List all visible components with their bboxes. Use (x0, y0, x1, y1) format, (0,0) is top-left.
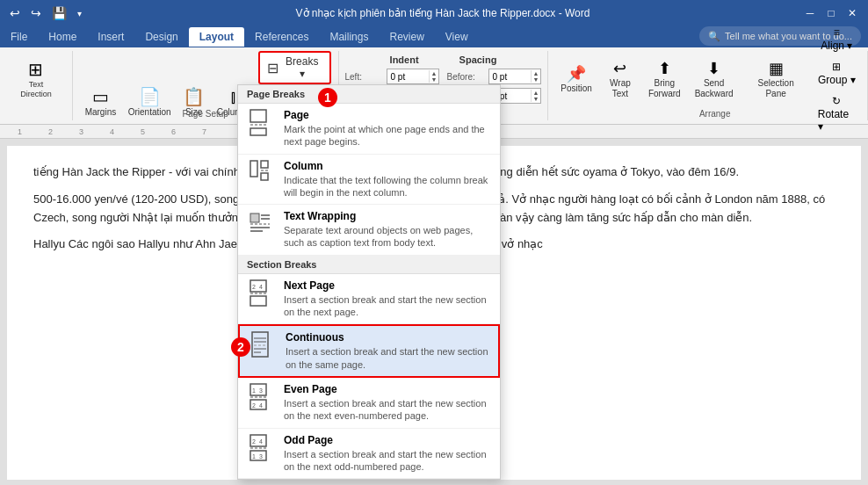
undo-icon[interactable]: ↩ (7, 4, 23, 22)
indent-left-value: 0 pt (387, 72, 428, 82)
size-icon: 📋 (183, 88, 205, 105)
tab-file[interactable]: File (0, 27, 38, 47)
quick-access-toolbar: ↩ ↪ 💾 ▾ (7, 4, 84, 22)
page-break-desc: Mark the point at which one page ends an… (284, 123, 491, 148)
textwrap-break-title: Text Wrapping (284, 210, 491, 222)
column-break-title: Column (284, 160, 491, 172)
column-break-desc: Indicate that the text following the col… (284, 174, 491, 199)
svg-rect-18 (252, 332, 268, 357)
position-label: Position (561, 83, 592, 94)
arrange-label: Arrange (555, 109, 868, 119)
indent-left-spinner[interactable]: 0 pt ▲ ▼ (387, 69, 439, 84)
tab-insert[interactable]: Insert (87, 27, 134, 47)
breaks-button[interactable]: ⊟ Breaks ▾ (258, 51, 331, 84)
group-arrange: 📌 Position ↩ WrapText ⬆ BringForward ⬇ S… (548, 51, 868, 120)
spacing-header: Spacing (459, 54, 497, 65)
spacing-before-up[interactable]: ▲ (533, 70, 539, 76)
tab-design[interactable]: Design (134, 27, 188, 47)
minimize-button[interactable]: ─ (801, 4, 819, 22)
position-button[interactable]: 📌 Position (555, 62, 597, 98)
bring-forward-label: BringForward (648, 78, 681, 99)
tab-home[interactable]: Home (38, 27, 87, 47)
indent-header: Indent (390, 54, 419, 65)
tab-references[interactable]: References (244, 27, 319, 47)
send-backward-icon: ⬇ (707, 61, 720, 76)
nextpage-break-icon: 2 4 (247, 279, 275, 308)
indent-left-down[interactable]: ▼ (431, 76, 438, 83)
evenpage-break-icon: 1 3 2 4 (247, 383, 275, 411)
spacing-after-down[interactable]: ▼ (533, 96, 539, 102)
nextpage-break-desc: Insert a section break and start the new… (284, 293, 491, 319)
tab-layout[interactable]: Layout (189, 27, 244, 47)
align-label: Align ▾ (821, 40, 852, 52)
textwrap-break-icon (247, 210, 275, 238)
continuous-break-title: Continuous (286, 331, 489, 344)
spacing-after-up[interactable]: ▲ (533, 90, 539, 96)
redo-icon[interactable]: ↪ (28, 4, 44, 22)
dropdown-item-page[interactable]: Page Mark the point at which one page en… (238, 104, 500, 155)
dropdown-item-column[interactable]: Column Indicate that the text following … (238, 155, 500, 206)
group-icon: ⊞ (832, 61, 841, 73)
tab-view[interactable]: View (435, 27, 479, 47)
svg-text:4: 4 (259, 438, 263, 445)
rotate-icon: ↻ (832, 95, 841, 107)
align-button[interactable]: ≡ Align ▾ (814, 24, 860, 54)
svg-rect-6 (261, 173, 268, 180)
section-breaks-section-title: Section Breaks (238, 256, 500, 274)
spacing-before-down[interactable]: ▼ (533, 76, 539, 83)
position-icon: 📌 (567, 66, 586, 82)
evenpage-break-desc: Insert a section break and start the new… (284, 397, 491, 423)
align-icon: ≡ (834, 26, 840, 39)
orientation-icon: 📄 (139, 88, 161, 105)
spacing-before-spinner[interactable]: 0 pt ▲ ▼ (488, 69, 541, 84)
svg-text:2: 2 (252, 438, 256, 445)
svg-text:1: 1 (252, 387, 256, 394)
svg-text:2: 2 (252, 402, 256, 409)
bring-forward-icon: ⬆ (658, 61, 671, 76)
oddpage-break-desc: Insert a section break and start the new… (284, 448, 491, 474)
send-backward-button[interactable]: ⬇ SendBackward (690, 57, 739, 103)
svg-text:4: 4 (259, 402, 263, 409)
svg-text:1: 1 (252, 453, 256, 460)
nextpage-break-title: Next Page (284, 279, 491, 292)
spacing-before-value: 0 pt (489, 72, 530, 82)
wrap-text-button[interactable]: ↩ WrapText (601, 57, 640, 103)
tab-review[interactable]: Review (379, 27, 434, 47)
svg-rect-17 (250, 296, 266, 306)
restore-button[interactable]: □ (822, 4, 840, 22)
column-break-icon (247, 160, 275, 188)
tab-mailings[interactable]: Mailings (319, 27, 379, 47)
indent-left-up[interactable]: ▲ (431, 70, 438, 76)
close-button[interactable]: ✕ (843, 4, 861, 22)
wrap-text-label: WrapText (610, 78, 631, 99)
oddpage-break-icon: 2 4 1 3 (247, 434, 275, 462)
badge-1: 1 (318, 88, 337, 107)
svg-rect-2 (250, 128, 266, 135)
svg-text:4: 4 (259, 284, 263, 290)
indent-left-label: Left: (344, 72, 380, 82)
dropdown-item-evenpage[interactable]: 1 3 2 4 Even Page Insert a section break… (238, 378, 500, 429)
text-direction-icon: ⊞ (28, 61, 43, 78)
badge-2: 2 (231, 337, 250, 357)
selection-pane-button[interactable]: ▦ Selection Pane (742, 57, 810, 103)
customize-icon[interactable]: ▾ (75, 7, 84, 20)
dropdown-item-textwrap[interactable]: Text Wrapping Separate text around objec… (238, 205, 500, 256)
window-title: Vở nhạc kịch phiên bản tiếng Hàn Jack th… (84, 7, 801, 19)
svg-rect-7 (250, 214, 259, 222)
save-icon[interactable]: 💾 (49, 4, 69, 22)
continuous-break-desc: Insert a section break and start the new… (286, 345, 489, 371)
textwrap-break-desc: Separate text around objects on web page… (284, 224, 491, 250)
dropdown-item-oddpage[interactable]: 2 4 1 3 Odd Page Insert a section break … (238, 429, 500, 480)
dropdown-item-continuous[interactable]: Continuous Insert a section break and st… (238, 324, 500, 378)
text-direction-button[interactable]: ⊞ Text Direction (7, 57, 65, 103)
margins-icon: ▭ (92, 88, 109, 105)
svg-rect-4 (261, 161, 268, 168)
bring-forward-button[interactable]: ⬆ BringForward (643, 57, 686, 103)
page-break-title: Page (284, 109, 491, 121)
group-button[interactable]: ⊞ Group ▾ (814, 58, 860, 89)
evenpage-break-title: Even Page (284, 383, 491, 395)
dropdown-item-nextpage[interactable]: 2 4 Next Page Insert a section break and… (238, 274, 500, 325)
spacing-before-label: Before: (446, 72, 481, 82)
wrap-text-icon: ↩ (613, 61, 626, 76)
window-controls: ─ □ ✕ (801, 4, 861, 22)
